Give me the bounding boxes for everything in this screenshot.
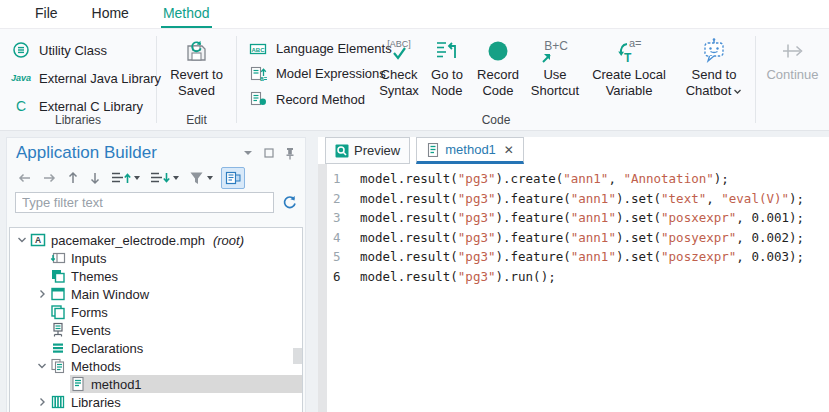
code-text[interactable]: model.result("pg3").create("ann1", "Anno… xyxy=(360,169,829,286)
use-shortcut-button[interactable]: B+C Use Shortcut xyxy=(525,29,585,99)
line-number: 1 xyxy=(333,169,357,189)
check-syntax-button[interactable]: [ABC] Check Syntax xyxy=(375,29,423,99)
editor-tools-toggle-button[interactable] xyxy=(221,167,245,189)
line-number: 4 xyxy=(333,228,357,248)
code-area[interactable]: 123456 model.result("pg3").create("ann1"… xyxy=(318,164,829,412)
record-code-button[interactable]: Record Code xyxy=(471,29,525,99)
go-to-node-button[interactable]: Go to Node xyxy=(423,29,471,99)
tree-item-label: Libraries xyxy=(71,395,121,410)
tree-item-content[interactable]: Events xyxy=(50,321,302,339)
send-to-chatbot-button[interactable]: Send to Chatbot xyxy=(673,29,755,99)
use-shortcut-label: Use Shortcut xyxy=(527,67,583,99)
chevron-right-icon[interactable] xyxy=(34,288,50,300)
tree-item-content[interactable]: Themes xyxy=(50,267,302,285)
code-line[interactable]: model.result("pg3").feature("ann1").set(… xyxy=(360,247,829,267)
tree-item-events[interactable]: Events xyxy=(10,321,302,339)
code-line[interactable]: model.result("pg3").run(); xyxy=(360,267,829,287)
group-label-code: Code xyxy=(237,113,755,127)
ribbon-group-code: ABC Language Elements a= Model Expressio… xyxy=(237,29,755,130)
refresh-icon[interactable] xyxy=(282,195,297,210)
tree-item-themes[interactable]: Themes xyxy=(10,267,302,285)
app-tree: Apacemaker_electrode.mph(root)InputsThem… xyxy=(9,227,303,412)
group-label-edit: Edit xyxy=(157,113,236,127)
tree-item-content[interactable]: Apacemaker_electrode.mph(root) xyxy=(30,231,302,249)
record-method-label: Record Method xyxy=(276,92,365,107)
back-button[interactable] xyxy=(15,168,34,188)
tree-item-libraries[interactable]: Libraries xyxy=(10,393,302,411)
ribbon-group-libraries: Utility Class Java External Java Library… xyxy=(0,29,156,130)
utility-class-button[interactable]: Utility Class xyxy=(0,36,156,64)
tree-item-label: pacemaker_electrode.mph xyxy=(51,233,205,248)
tree-item-inputs[interactable]: Inputs xyxy=(10,249,302,267)
ribbon-group-edit: Revert to Saved Edit xyxy=(157,29,236,130)
svg-text:B+C: B+C xyxy=(544,39,568,53)
panel-header: Application Builder xyxy=(7,138,305,164)
panel-menu-chevron-icon[interactable] xyxy=(243,149,253,157)
filter-icon xyxy=(189,171,204,185)
move-up-button[interactable] xyxy=(65,168,81,188)
tree-item-content[interactable]: Main Window xyxy=(50,285,302,303)
tree-item-pacemaker-electrode-mph[interactable]: Apacemaker_electrode.mph(root) xyxy=(10,231,302,249)
utility-class-icon xyxy=(11,41,31,59)
panel-float-icon[interactable] xyxy=(264,148,274,158)
method-icon xyxy=(70,376,86,392)
panel-pin-icon[interactable] xyxy=(285,147,295,160)
tree-item-content[interactable]: Forms xyxy=(50,303,302,321)
tab-method1-label: method1 xyxy=(445,142,496,157)
tree-item-content[interactable]: Declarations xyxy=(50,339,302,357)
ribbon: Utility Class Java External Java Library… xyxy=(0,28,829,131)
forward-button[interactable] xyxy=(40,168,59,188)
code-line[interactable]: model.result("pg3").feature("ann1").set(… xyxy=(360,228,829,248)
methods-icon xyxy=(50,358,66,374)
tab-home[interactable]: Home xyxy=(90,0,131,28)
revert-to-saved-button[interactable]: Revert to Saved xyxy=(157,29,236,99)
tree-item-label: Main Window xyxy=(71,287,149,302)
tree-item-content[interactable]: Methods xyxy=(50,357,302,375)
tree-item-content[interactable]: Libraries xyxy=(50,393,302,411)
chevron-down-icon[interactable] xyxy=(34,360,50,372)
external-java-library-label: External Java Library xyxy=(39,71,161,86)
tree-item-declarations[interactable]: Declarations xyxy=(10,339,302,357)
svg-text:[ABC]: [ABC] xyxy=(387,39,411,49)
code-line[interactable]: model.result("pg3").feature("ann1").set(… xyxy=(360,208,829,228)
model-expressions-button[interactable]: a= Model Expressions xyxy=(237,61,375,86)
create-local-variable-button[interactable]: a=T Create Local Variable xyxy=(585,29,673,99)
tree-item-method1[interactable]: method1 xyxy=(10,375,302,393)
tab-preview[interactable]: Preview xyxy=(325,137,410,164)
go-to-node-icon xyxy=(434,37,460,65)
chevron-down-icon[interactable] xyxy=(14,234,30,246)
chevron-down-icon xyxy=(134,176,140,180)
filter-input[interactable] xyxy=(15,192,274,213)
tree-item-selected[interactable]: method1 xyxy=(70,375,302,393)
create-local-variable-icon: a=T xyxy=(613,37,645,65)
svg-text:T: T xyxy=(624,51,632,64)
move-node-down-button[interactable] xyxy=(148,168,181,188)
code-line[interactable]: model.result("pg3").feature("ann1").set(… xyxy=(360,189,829,209)
group-label-libraries: Libraries xyxy=(0,113,156,127)
language-elements-button[interactable]: ABC Language Elements xyxy=(237,36,375,61)
close-icon[interactable]: ✕ xyxy=(504,143,514,157)
filter-button[interactable] xyxy=(187,168,215,188)
svg-text:ABC: ABC xyxy=(252,46,266,52)
method-editor: Preview method1 ✕ 123456 model.result("p… xyxy=(318,137,829,412)
code-small-buttons: ABC Language Elements a= Model Expressio… xyxy=(237,29,375,112)
tab-method1[interactable]: method1 ✕ xyxy=(416,137,524,164)
move-down-button[interactable] xyxy=(87,168,103,188)
continue-button[interactable]: Continue xyxy=(756,29,829,83)
line-number: 5 xyxy=(333,247,357,267)
c-icon: C xyxy=(11,98,31,114)
tree-item-methods[interactable]: Methods xyxy=(10,357,302,375)
continue-icon xyxy=(780,37,806,65)
code-line[interactable]: model.result("pg3").create("ann1", "Anno… xyxy=(360,169,829,189)
tree-scrollbar-thumb[interactable] xyxy=(293,348,302,364)
declarations-icon xyxy=(50,340,66,356)
record-method-button[interactable]: Record Method xyxy=(237,87,375,112)
tree-item-main-window[interactable]: Main Window xyxy=(10,285,302,303)
tab-file[interactable]: File xyxy=(33,0,60,28)
tab-method[interactable]: Method xyxy=(161,0,212,28)
tree-item-content[interactable]: Inputs xyxy=(50,249,302,267)
tree-item-forms[interactable]: Forms xyxy=(10,303,302,321)
external-java-library-button[interactable]: Java External Java Library xyxy=(0,64,156,92)
move-node-up-button[interactable] xyxy=(109,168,142,188)
chevron-right-icon[interactable] xyxy=(34,396,50,408)
